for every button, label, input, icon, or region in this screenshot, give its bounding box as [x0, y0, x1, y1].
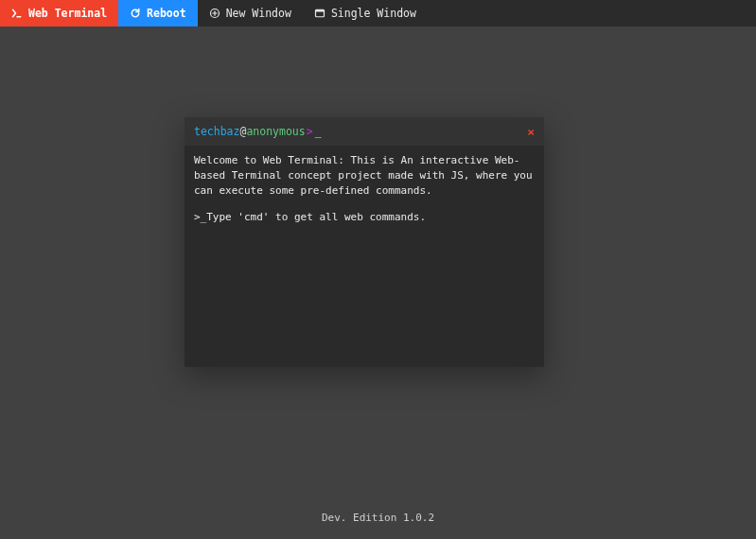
- terminal-hint-text: >_Type 'cmd' to get all web commands.: [194, 210, 535, 225]
- workspace: techbaz@anonymous>_ × Welcome to Web Ter…: [0, 26, 756, 539]
- window-icon: [314, 8, 325, 19]
- terminal-icon: [11, 8, 23, 19]
- plus-circle-icon: [209, 8, 220, 19]
- new-window-label: New Window: [226, 7, 291, 20]
- svg-rect-0: [16, 16, 21, 18]
- terminal-window[interactable]: techbaz@anonymous>_ × Welcome to Web Ter…: [185, 117, 544, 367]
- svg-rect-3: [315, 9, 324, 11]
- top-bar: Web Terminal Reboot New Window Single Wi…: [0, 0, 756, 26]
- terminal-welcome-text: Welcome to Web Terminal: This is An inte…: [194, 153, 535, 199]
- brand-label: Web Terminal: [28, 7, 107, 20]
- brand-button[interactable]: Web Terminal: [0, 0, 118, 26]
- single-window-button[interactable]: Single Window: [303, 0, 428, 26]
- terminal-body[interactable]: Welcome to Web Terminal: This is An inte…: [185, 146, 544, 367]
- prompt-gt: >: [307, 125, 313, 138]
- prompt-at: @: [239, 125, 246, 138]
- close-icon[interactable]: ×: [527, 126, 535, 138]
- prompt-cursor: _: [315, 125, 322, 138]
- single-window-label: Single Window: [331, 7, 416, 20]
- refresh-icon: [130, 8, 141, 19]
- prompt-host: anonymous: [246, 125, 305, 138]
- new-window-button[interactable]: New Window: [198, 0, 303, 26]
- version-label: Dev. Edition 1.0.2: [0, 512, 756, 524]
- reboot-label: Reboot: [147, 7, 186, 20]
- terminal-titlebar[interactable]: techbaz@anonymous>_ ×: [185, 117, 544, 146]
- reboot-button[interactable]: Reboot: [118, 0, 198, 26]
- prompt-user: techbaz: [194, 125, 239, 138]
